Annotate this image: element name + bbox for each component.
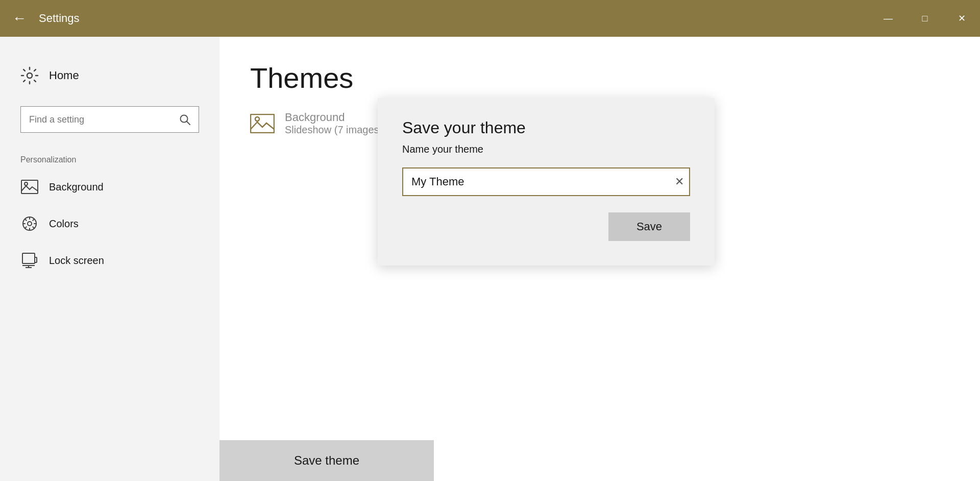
dialog-subtitle: Name your theme xyxy=(402,143,690,155)
titlebar-controls: — □ ✕ xyxy=(870,0,980,37)
svg-line-13 xyxy=(33,219,34,221)
sidebar: Home Personalization Backg xyxy=(0,37,219,481)
svg-point-6 xyxy=(28,222,32,226)
titlebar-title: Settings xyxy=(39,12,80,25)
dialog-save-button[interactable]: Save xyxy=(608,212,690,241)
sidebar-item-background-label: Background xyxy=(49,181,104,193)
dialog-input-wrapper: ✕ xyxy=(402,167,690,196)
clear-input-button[interactable]: ✕ xyxy=(675,176,684,187)
svg-line-12 xyxy=(33,227,34,228)
svg-point-0 xyxy=(27,73,32,78)
minimize-button[interactable]: — xyxy=(870,0,906,37)
dialog-title: Save your theme xyxy=(402,118,690,137)
svg-rect-3 xyxy=(21,180,38,194)
theme-name-input[interactable] xyxy=(402,167,690,196)
search-box xyxy=(20,106,199,133)
svg-line-11 xyxy=(25,219,27,221)
sidebar-section-label: Personalization xyxy=(0,149,219,169)
svg-rect-15 xyxy=(22,253,35,263)
svg-point-4 xyxy=(24,182,28,185)
search-icon xyxy=(179,114,190,125)
maximize-button[interactable]: □ xyxy=(906,0,943,37)
search-input[interactable] xyxy=(29,114,179,125)
main-layout: Home Personalization Backg xyxy=(0,37,980,481)
dialog-overlay: Save your theme Name your theme ✕ Save xyxy=(219,37,980,481)
lock-screen-icon xyxy=(20,251,39,270)
sidebar-item-lock-screen[interactable]: Lock screen xyxy=(0,242,219,279)
sidebar-item-colors-label: Colors xyxy=(49,218,79,230)
dialog-actions: Save xyxy=(402,212,690,241)
image-icon xyxy=(20,178,39,196)
svg-line-2 xyxy=(187,122,190,125)
sidebar-item-background[interactable]: Background xyxy=(0,169,219,205)
svg-rect-16 xyxy=(35,257,37,262)
titlebar: ← Settings — □ ✕ xyxy=(0,0,980,37)
sidebar-item-home[interactable]: Home xyxy=(0,57,219,94)
content-area: Themes Background Slideshow (7 images) S… xyxy=(219,37,980,481)
gear-icon xyxy=(20,66,39,85)
svg-line-14 xyxy=(25,227,27,228)
sidebar-item-lock-screen-label: Lock screen xyxy=(49,255,104,267)
sidebar-home-label: Home xyxy=(49,69,79,82)
close-button[interactable]: ✕ xyxy=(943,0,980,37)
colors-icon xyxy=(20,214,39,233)
back-button[interactable]: ← xyxy=(12,11,27,26)
save-theme-dialog: Save your theme Name your theme ✕ Save xyxy=(378,98,715,266)
sidebar-item-colors[interactable]: Colors xyxy=(0,205,219,242)
